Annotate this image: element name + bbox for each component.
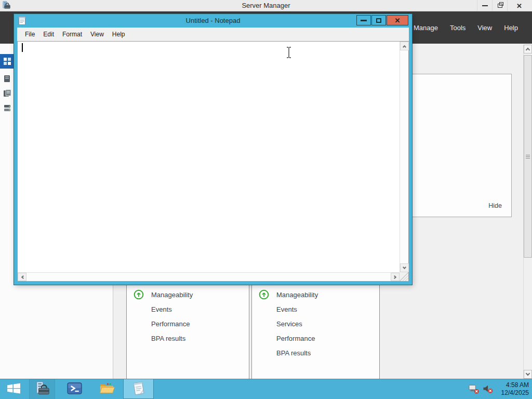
tile-link-bpa-results[interactable]: BPA results: [276, 349, 311, 357]
tile-link-events[interactable]: Events: [151, 305, 172, 313]
scroll-up-button[interactable]: [524, 45, 532, 54]
notepad-maximize-button[interactable]: [371, 15, 386, 25]
role-status-tile-2: Manageability Events Services Performanc…: [251, 283, 380, 379]
restore-icon: [498, 4, 502, 8]
tile-link-performance[interactable]: Performance: [276, 335, 315, 342]
menu-item-tools[interactable]: Tools: [450, 24, 466, 32]
minimize-icon: [361, 20, 367, 21]
list-item: Performance: [252, 331, 379, 345]
text-caret: [22, 43, 23, 52]
notepad-titlebar[interactable]: Untitled - Notepad ✕: [14, 14, 412, 28]
server-manager-icon: [34, 381, 50, 398]
menu-item-help[interactable]: Help: [504, 24, 518, 32]
menu-item-edit[interactable]: Edit: [39, 29, 58, 39]
taskbar-notepad-button[interactable]: [123, 379, 154, 399]
taskbar-powershell-button[interactable]: [61, 379, 87, 399]
file-and-storage-services-icon: [3, 104, 11, 112]
powershell-icon: [66, 380, 83, 398]
chevron-right-icon: [392, 275, 396, 278]
sm-caption-buttons: ✕: [477, 0, 531, 11]
minimize-icon: [482, 5, 488, 6]
notepad-window: Untitled - Notepad ✕ File Edit Format Vi…: [14, 14, 412, 285]
role-status-tile-1: Manageability Events Performance BPA res…: [126, 283, 249, 379]
thumb-grip-icon: [526, 155, 530, 158]
menu-item-view[interactable]: View: [477, 24, 492, 32]
hide-link[interactable]: Hide: [488, 202, 502, 209]
tile-link-services[interactable]: Services: [276, 320, 302, 328]
volume-muted-icon[interactable]: [483, 384, 494, 394]
notepad-minimize-button[interactable]: [356, 15, 371, 25]
scroll-down-button[interactable]: [400, 263, 409, 272]
clock-time: 4:58 AM: [500, 381, 529, 389]
list-item: Services: [252, 316, 379, 331]
menu-item-view[interactable]: View: [86, 29, 108, 39]
tile-link-events[interactable]: Events: [276, 305, 297, 313]
list-item: Manageability: [252, 287, 379, 302]
tile-link-performance[interactable]: Performance: [151, 320, 190, 328]
dashboard-scrollbar[interactable]: [523, 45, 532, 379]
notepad-close-button[interactable]: ✕: [387, 15, 408, 25]
file-explorer-icon: [99, 380, 115, 398]
window-title: Server Manager: [0, 0, 532, 11]
sm-close-button[interactable]: ✕: [507, 0, 531, 11]
chevron-up-icon: [403, 45, 406, 48]
dashboard-icon: [3, 57, 11, 65]
chevron-left-icon: [21, 275, 24, 278]
notepad-text-area[interactable]: [19, 43, 398, 271]
taskbar-server-manager-button[interactable]: [29, 379, 55, 399]
server-manager-menu: Manage Tools View Help: [414, 11, 518, 44]
tile-status-list: Manageability Events Services Performanc…: [252, 283, 379, 360]
resize-grip[interactable]: [400, 272, 408, 281]
menu-item-help[interactable]: Help: [108, 29, 129, 39]
sm-minimize-button[interactable]: [477, 0, 492, 11]
list-item: Manageability: [127, 287, 249, 302]
scroll-down-button[interactable]: [524, 370, 532, 379]
clock-date: 12/4/2025: [500, 389, 529, 397]
taskbar-clock[interactable]: 4:58 AM 12/4/2025: [497, 381, 529, 397]
tile-status-list: Manageability Events Performance BPA res…: [127, 283, 249, 345]
menu-item-file[interactable]: File: [21, 29, 39, 39]
windows-logo-icon: [7, 383, 21, 395]
tile-link-manageability[interactable]: Manageability: [276, 291, 318, 299]
notepad-vertical-scrollbar[interactable]: [400, 42, 408, 272]
sm-restore-button[interactable]: [492, 0, 507, 11]
tile-link-bpa-results[interactable]: BPA results: [151, 335, 185, 342]
list-item: BPA results: [252, 345, 379, 360]
menu-item-format[interactable]: Format: [58, 29, 86, 39]
notepad-icon: [130, 380, 147, 398]
server-manager-titlebar[interactable]: Server Manager ✕: [0, 0, 532, 11]
local-server-icon: [3, 75, 11, 83]
green-up-arrow-icon: [259, 289, 269, 300]
scroll-right-button[interactable]: [391, 273, 400, 281]
notepad-caption-buttons: ✕: [356, 15, 408, 25]
scroll-up-button[interactable]: [400, 42, 409, 50]
maximize-icon: [376, 18, 381, 23]
list-item: Events: [252, 302, 379, 316]
start-button[interactable]: [0, 379, 27, 399]
close-icon: ✕: [516, 3, 522, 9]
list-item: BPA results: [127, 331, 249, 345]
system-tray: 4:58 AM 12/4/2025: [469, 379, 529, 399]
notepad-menu-bar: File Edit Format View Help: [17, 28, 409, 41]
network-disconnected-icon[interactable]: [469, 384, 480, 394]
chevron-down-icon: [403, 265, 406, 269]
notepad-horizontal-scrollbar[interactable]: [18, 272, 400, 281]
scroll-left-button[interactable]: [18, 273, 26, 281]
taskbar-file-explorer-button[interactable]: [94, 379, 119, 399]
tile-link-manageability[interactable]: Manageability: [151, 291, 193, 299]
all-servers-icon: [3, 89, 11, 98]
menu-item-manage[interactable]: Manage: [414, 24, 438, 32]
list-item: Events: [127, 302, 249, 316]
green-up-arrow-icon: [134, 289, 144, 300]
scrollbar-thumb[interactable]: [524, 55, 532, 258]
notepad-window-title: Untitled - Notepad: [14, 14, 412, 28]
close-icon: ✕: [395, 17, 401, 24]
chevron-up-icon: [526, 48, 530, 52]
list-item: Performance: [127, 316, 249, 331]
notepad-content: [17, 41, 409, 282]
desktop: Server Manager ✕ Manage Tools View Help: [0, 0, 532, 399]
chevron-down-icon: [526, 371, 530, 376]
taskbar: 4:58 AM 12/4/2025: [0, 379, 532, 399]
